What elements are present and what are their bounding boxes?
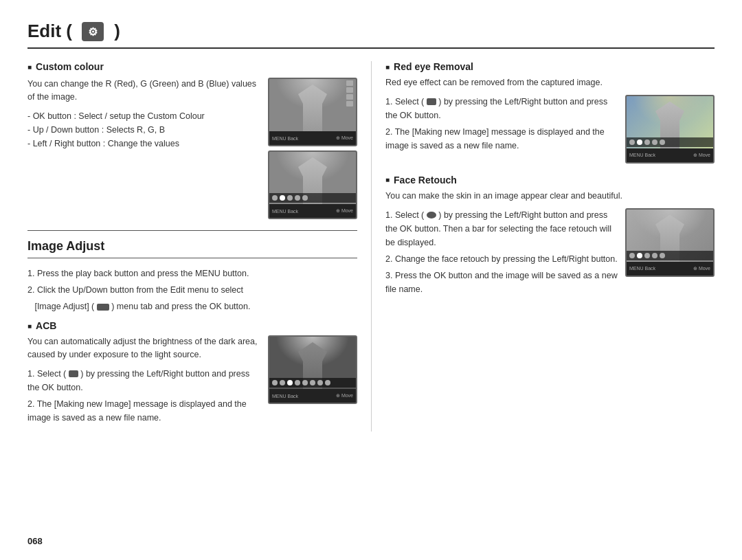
red-eye-text: 1. Select ( ) by pressing the Left/Right…: [385, 95, 618, 164]
face-retouch-description: You can make the skin in an image appear…: [385, 190, 715, 203]
red-eye-title: Red eye Removal: [385, 61, 715, 72]
face-move-label: ⊕ Move: [693, 266, 710, 271]
red-eye-steps: 1. Select ( ) by pressing the Left/Right…: [385, 95, 618, 153]
red-eye-step-2: 2. The [Making new Image] message is dis…: [385, 125, 618, 153]
right-column: Red eye Removal Red eye effect can be re…: [371, 61, 715, 432]
acb-text: You can automatically adjust the brightn…: [27, 335, 261, 432]
custom-colour-camera-1: 5M MENU Back ⊕ Mo: [268, 78, 357, 146]
acb-step-1: 1. Select ( ) by pressing the Left/Right…: [27, 367, 261, 394]
face-menu-bar: [627, 251, 713, 260]
acb-bottom-bar: MENU Back ⊕ Move: [269, 389, 356, 403]
acb-step-2: 2. The [Making new Image] message is dis…: [27, 397, 261, 425]
red-eye-camera: 5M Red-eye Fix: [625, 95, 715, 164]
red-eye-section: Red eye Removal Red eye effect can be re…: [385, 61, 715, 164]
back-label: MENU Back: [272, 136, 298, 141]
move-label-2: ⊕ Move: [336, 208, 353, 214]
face-retouch-step-2: 2. Change the face retouch by pressing t…: [385, 252, 618, 266]
page-title: Edit ( ): [27, 21, 715, 49]
face-back-label: MENU Back: [629, 266, 655, 271]
move-label: ⊕ Move: [336, 135, 353, 141]
face-retouch-text: 1. Select ( ) by pressing the Left/Right…: [385, 208, 618, 303]
camera-menu-bar: [269, 193, 356, 203]
acb-content: You can automatically adjust the brightn…: [27, 335, 357, 432]
custom-colour-description: You can change the R (Red), G (Green) an…: [27, 78, 261, 104]
camera-bottom-bar-2: MENU Back ⊕ Move: [269, 204, 356, 218]
camera-toolbar: [346, 80, 355, 131]
title-paren-close: ): [109, 21, 120, 42]
main-content: Custom colour You can change the R (Red)…: [27, 61, 715, 432]
title-text: Edit (: [27, 21, 72, 42]
face-bottom-bar: MENU Back ⊕ Move: [627, 262, 713, 276]
red-eye-description: Red eye effect can be removed from the c…: [385, 76, 715, 89]
face-retouch-step-1: 1. Select ( ) by pressing the Left/Right…: [385, 208, 618, 249]
custom-colour-images: 5M MENU Back ⊕ Mo: [268, 78, 357, 219]
face-retouch-camera: 5M Face Retouch: [625, 208, 715, 277]
red-eye-content: 1. Select ( ) by pressing the Left/Right…: [385, 95, 715, 164]
edit-icon: [82, 22, 104, 41]
left-column: Custom colour You can change the R (Red)…: [27, 61, 371, 432]
face-retouch-title: Face Retouch: [385, 175, 715, 186]
camera-image: [269, 79, 356, 133]
page: Edit ( ) Custom colour You can change th…: [0, 0, 742, 560]
acb-back-label: MENU Back: [272, 394, 298, 399]
acb-move-label: ⊕ Move: [336, 393, 353, 399]
red-eye-bottom-bar: MENU Back ⊕ Move: [627, 148, 713, 162]
red-eye-move-label: ⊕ Move: [693, 153, 710, 158]
page-number: 068: [27, 536, 43, 546]
custom-colour-text: You can change the R (Red), G (Green) an…: [27, 78, 261, 219]
section-divider: [27, 230, 357, 231]
acb-select-icon: [69, 370, 78, 377]
red-eye-step-1: 1. Select ( ) by pressing the Left/Right…: [385, 95, 618, 122]
red-eye-back-label: MENU Back: [629, 153, 655, 157]
acb-title: ACB: [27, 320, 357, 331]
step-3: [Image Adjust] ( ) menu tab and press th…: [27, 300, 357, 313]
custom-colour-camera-2: 5M MENU Back: [268, 150, 357, 219]
acb-menu-bar: [269, 378, 356, 388]
custom-colour-notes: - OK button : Select / setup the Custom …: [27, 109, 261, 150]
face-retouch-content: 1. Select ( ) by pressing the Left/Right…: [385, 208, 715, 303]
red-eye-menu-bar: [627, 137, 713, 147]
face-retouch-select-icon: [427, 212, 436, 219]
acb-description: You can automatically adjust the brightn…: [27, 335, 261, 361]
step-2: 2. Click the Up/Down button from the Edi…: [27, 283, 357, 297]
face-retouch-section: Face Retouch You can make the skin in an…: [385, 175, 715, 303]
camera-bottom-bar: MENU Back ⊕ Move: [269, 131, 356, 145]
note-2: - Up / Down button : Selects R, G, B: [27, 123, 261, 137]
face-retouch-steps: 1. Select ( ) by pressing the Left/Right…: [385, 208, 618, 296]
custom-colour-block: You can change the R (Red), G (Green) an…: [27, 78, 357, 219]
step-1: 1. Press the play back button and press …: [27, 267, 357, 280]
image-adjust-icon: [97, 304, 109, 311]
red-eye-select-icon: [427, 98, 436, 105]
custom-colour-title: Custom colour: [27, 61, 357, 72]
face-retouch-step-3: 3. Press the OK button and the image wil…: [385, 269, 618, 296]
image-adjust-title: Image Adjust: [27, 239, 357, 258]
image-adjust-steps: 1. Press the play back button and press …: [27, 267, 357, 313]
acb-section: ACB You can automatically adjust the bri…: [27, 320, 357, 432]
note-3: - Left / Right button : Change the value…: [27, 137, 261, 150]
back-label-2: MENU Back: [272, 209, 298, 214]
note-1: - OK button : Select / setup the Custom …: [27, 109, 261, 123]
acb-steps: 1. Select ( ) by pressing the Left/Right…: [27, 367, 261, 425]
acb-camera: 5M: [268, 335, 357, 404]
